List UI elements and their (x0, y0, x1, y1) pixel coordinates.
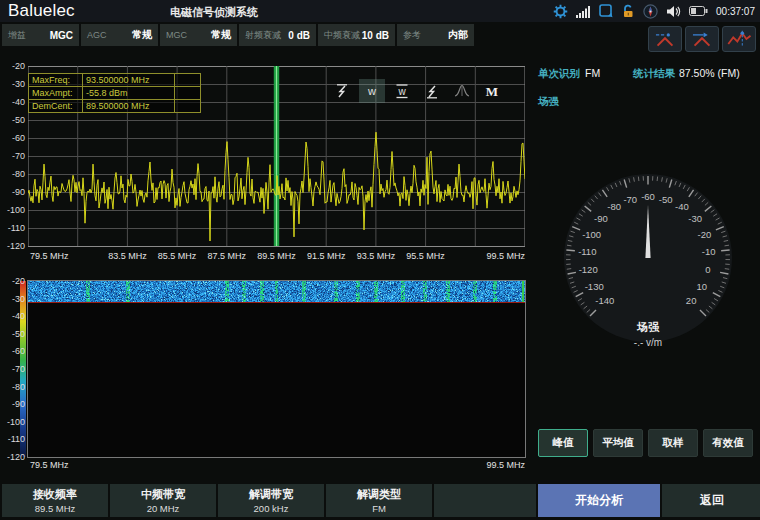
svg-text:-80: -80 (607, 201, 621, 212)
param-value: 200 kHz (218, 503, 324, 514)
signal-strength-icon (576, 5, 591, 18)
waterfall-y-tick: -60 (1, 346, 25, 356)
svg-text:w: w (397, 86, 406, 97)
info-row: MaxFreq:93.500000 MHz (29, 74, 201, 87)
spectrum-y-tick: -40 (1, 97, 25, 107)
svg-text:-100: -100 (582, 229, 601, 240)
spectrum-x-tick: 91.5 MHz (298, 251, 354, 261)
waterfall-y-tick: -70 (1, 364, 25, 374)
spectrum-y-tick: -110 (1, 223, 25, 233)
app-title: 电磁信号侦测系统 (170, 5, 258, 20)
waterfall-y-tick: -50 (1, 329, 25, 339)
svg-text:w: w (367, 85, 376, 97)
bottom-param-2[interactable]: 中频带宽20 MHz (110, 484, 216, 517)
top-bar: Baluelec 电磁信号侦测系统 00:37: (0, 0, 760, 22)
detector-button-2[interactable]: 平均值 (593, 429, 643, 457)
svg-text:10: 10 (697, 281, 708, 292)
toolbar-segment-3[interactable]: MGC常规 (160, 24, 237, 46)
spectrum-y-tick: -60 (1, 133, 25, 143)
spectrum-x-tick: 99.5 MHz (479, 251, 525, 261)
toolbar-segment-1[interactable]: 增益MGC (2, 24, 79, 46)
segment-value: 常规 (132, 28, 152, 42)
bottom-param-4[interactable]: 解调类型FM (326, 484, 432, 517)
back-button[interactable]: 返回 (662, 484, 760, 517)
segment-value: MGC (50, 30, 73, 41)
spectrum-x-tick: 95.5 MHz (398, 251, 454, 261)
svg-text:-30: -30 (688, 213, 702, 224)
spectrum-y-tick: -80 (1, 169, 25, 179)
info-spare (175, 87, 201, 100)
bottom-param-1[interactable]: 接收频率89.5 MHz (2, 484, 108, 517)
svg-text:-50: -50 (659, 194, 673, 205)
waterfall-y-tick: -90 (1, 399, 25, 409)
spectrum-y-tick: -70 (1, 151, 25, 161)
segment-label: MGC (166, 30, 187, 40)
svg-text:-90: -90 (594, 213, 608, 224)
param-value: FM (326, 503, 432, 514)
toolbar-segment-4[interactable]: 射频衰减0 dB (239, 24, 316, 46)
bottom-empty-cell (434, 484, 536, 517)
trace-mode-glyph-m-icon[interactable]: M (479, 79, 505, 103)
spectrum-x-tick: 83.5 MHz (99, 251, 155, 261)
stat-result-label: 统计结果 (633, 67, 675, 81)
svg-text:-60: -60 (641, 191, 655, 202)
info-value: 93.500000 MHz (83, 74, 175, 87)
param-label: 中频带宽 (110, 487, 216, 502)
trace-mode-bell-curve-icon[interactable] (449, 79, 475, 103)
spectrum-y-tick: -90 (1, 187, 25, 197)
waterfall-y-tick: -30 (1, 294, 25, 304)
trace-mode-glyph-w-icon[interactable]: w (359, 79, 385, 103)
lock-open-icon[interactable] (621, 4, 635, 18)
compass-icon[interactable] (643, 4, 658, 19)
spectrum-y-tick: -20 (1, 61, 25, 71)
param-label: 解调带宽 (218, 487, 324, 502)
spectrum-x-tick: 89.5 MHz (249, 251, 305, 261)
trace-mode-lightning-overline-icon[interactable] (329, 79, 355, 103)
toolbar-segment-2[interactable]: AGC常规 (81, 24, 158, 46)
settings-gear-icon[interactable] (553, 4, 568, 19)
trace-mode-lightning-underline-icon[interactable] (419, 79, 445, 103)
info-spare (175, 100, 201, 113)
toolbar-segment-5[interactable]: 中频衰减10 dB (318, 24, 395, 46)
detector-button-1[interactable]: 峰值 (538, 429, 588, 457)
clock: 00:37:07 (716, 6, 755, 17)
info-row: DemCent:89.500000 MHz (29, 100, 201, 113)
single-id-label: 单次识别 (538, 67, 580, 81)
app-window: Baluelec 电磁信号侦测系统 00:37: (0, 0, 760, 520)
info-row: MaxAmpt:-55.8 dBm (29, 87, 201, 100)
bottom-param-3[interactable]: 解调带宽200 kHz (218, 484, 324, 517)
waterfall-y-tick: -120 (1, 452, 25, 462)
svg-text:-20: -20 (697, 229, 711, 240)
brand-logo: Baluelec (8, 1, 75, 21)
svg-text:0: 0 (705, 264, 710, 275)
segment-value: 0 dB (288, 30, 310, 41)
waterfall-y-tick: -110 (1, 434, 25, 444)
info-label: MaxAmpt: (29, 87, 83, 100)
segment-value: 内部 (448, 28, 468, 42)
svg-text:-140: -140 (595, 295, 614, 306)
detector-button-3[interactable]: 取样 (648, 429, 698, 457)
screenshot-edit-icon[interactable] (599, 4, 613, 18)
detector-button-group: 峰值平均值取样有效值 (538, 429, 753, 457)
svg-text:-120: -120 (579, 264, 598, 275)
trace-mode-glyph-w-lines-icon[interactable]: w (389, 79, 415, 103)
spectrum-y-tick: -30 (1, 79, 25, 89)
param-label: 解调类型 (326, 487, 432, 502)
svg-text:-10: -10 (702, 246, 716, 257)
marker-peak-next-button[interactable] (685, 26, 719, 52)
param-value: 89.5 MHz (2, 503, 108, 514)
start-analysis-button[interactable]: 开始分析 (538, 484, 660, 517)
waterfall-y-tick: -20 (1, 276, 25, 286)
spectrum-x-tick: 87.5 MHz (199, 251, 255, 261)
waterfall-start-freq: 79.5 MHz (30, 460, 69, 470)
gauge-readout: -.- v/m (561, 337, 735, 348)
marker-to-trace-icon (725, 29, 753, 49)
toolbar-segment-6[interactable]: 参考内部 (397, 24, 474, 46)
bottom-bar: 接收频率89.5 MHz中频带宽20 MHz解调带宽200 kHz解调类型FM … (2, 484, 760, 517)
segment-label: AGC (87, 30, 107, 40)
detector-button-4[interactable]: 有效值 (703, 429, 753, 457)
speaker-icon[interactable] (666, 5, 681, 18)
marker-peak-search-button[interactable] (648, 26, 682, 52)
svg-text:-130: -130 (585, 281, 604, 292)
marker-to-trace-button[interactable] (722, 26, 756, 52)
